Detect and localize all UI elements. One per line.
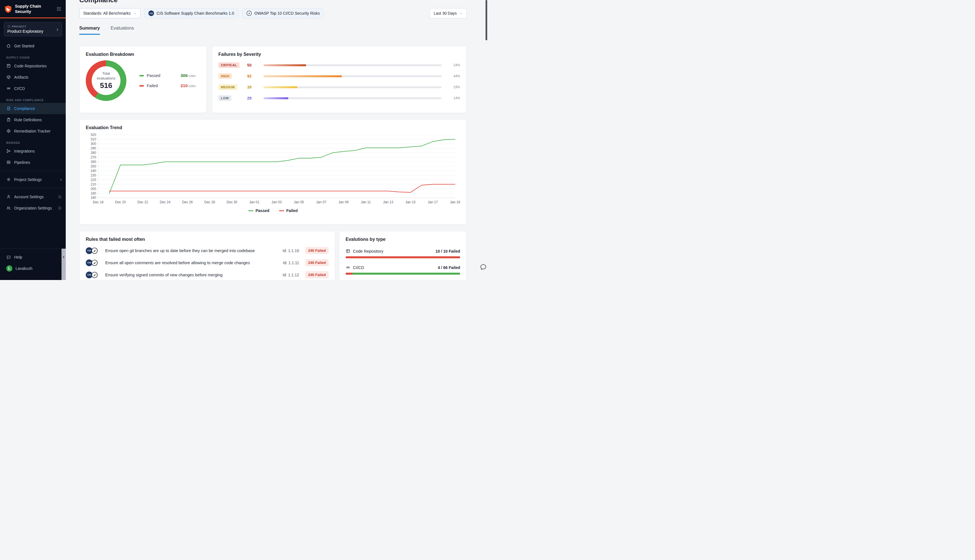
rule-id: Id: 1.1.12 <box>283 273 299 277</box>
sidebar-item-rule-definitions[interactable]: Rule Definitions <box>0 114 66 125</box>
nav-section-manage: MANAGE <box>6 141 66 144</box>
rule-row[interactable]: CIS Ensure verifying signed commits of n… <box>86 271 329 278</box>
svg-text:270: 270 <box>90 155 96 159</box>
document-icon <box>6 106 11 111</box>
severity-badge: MEDIUM <box>219 84 237 90</box>
date-range-dropdown[interactable]: Last 30 Days <box>430 8 467 18</box>
svg-text:220: 220 <box>90 178 96 182</box>
target-icon <box>6 128 11 133</box>
svg-text:Jan 15: Jan 15 <box>406 200 416 204</box>
main-content: Compliance Standards: All Benchmarks CIS… <box>66 0 488 280</box>
svg-text:Jan 05: Jan 05 <box>294 200 304 204</box>
help-button[interactable]: Help <box>0 252 62 263</box>
severity-count: 92 <box>247 74 260 78</box>
rule-row[interactable]: CIS Ensure open git branches are up to d… <box>86 247 329 254</box>
rule-text: Ensure verifying signed commits of new c… <box>105 273 279 277</box>
info-icon[interactable] <box>58 195 62 199</box>
project-name: Product Exploratory <box>7 29 43 33</box>
sidebar-item-integrations[interactable]: Integrations <box>0 145 66 157</box>
sidebar-item-label: Project Settings <box>14 177 42 182</box>
severity-row-low: LOW 29 14% <box>219 95 460 101</box>
svg-text:Jan 17: Jan 17 <box>428 200 438 204</box>
severity-count: 50 <box>247 63 260 67</box>
standards-dropdown[interactable]: Standards: All Benchmarks <box>79 8 140 18</box>
severity-badge: CRITICAL <box>219 62 240 68</box>
sidebar-item-label: Integrations <box>14 149 35 153</box>
rule-text: Ensure open git branches are up to date … <box>105 248 279 253</box>
donut-total: 516 <box>100 81 112 90</box>
failed-count-badge: 240 Failed <box>305 259 329 266</box>
date-range-value: Last 30 Days <box>434 11 457 15</box>
severity-percent: 19% <box>446 85 460 89</box>
svg-text:Dec 20: Dec 20 <box>115 200 126 204</box>
tab-summary[interactable]: Summary <box>79 26 100 35</box>
failed-unit: rules <box>189 84 196 88</box>
passed-unit: rules <box>189 74 196 78</box>
project-icon <box>7 25 10 28</box>
type-name: Code Repository <box>353 249 383 253</box>
svg-text:250: 250 <box>90 164 96 168</box>
card-title: Evaluation Breakdown <box>86 52 200 57</box>
card-title: Failures by Severity <box>219 52 460 57</box>
svg-text:Dec 24: Dec 24 <box>160 200 170 204</box>
sidebar-collapse-rail[interactable]: ‹ <box>62 249 66 280</box>
nav-section-supply-chain: SUPPLY CHAIN <box>6 56 66 59</box>
owasp-chip[interactable]: OWASP Top 10 CI/CD Security Risks <box>242 8 324 18</box>
sidebar-item-label: Compliance <box>14 106 35 111</box>
rule-id: Id: 1.1.11 <box>283 260 299 265</box>
sidebar-footer: Help L Lavakush ‹ <box>0 248 66 280</box>
svg-text:Jan 01: Jan 01 <box>249 200 259 204</box>
failed-count-badge: 240 Failed <box>305 247 329 254</box>
evaluation-trend-card: Evaluation Trend 18019020021022023024025… <box>79 119 467 225</box>
sidebar-item-get-started[interactable]: Get Started <box>0 40 66 52</box>
svg-text:310: 310 <box>90 137 96 141</box>
sidebar-item-organization-settings[interactable]: Organization Settings <box>0 202 66 214</box>
rule-id: Id: 1.1.10 <box>283 248 299 253</box>
sidebar-item-project-settings[interactable]: Project Settings › <box>0 174 66 185</box>
type-progress-bar <box>346 256 460 258</box>
sidebar-item-label: CI/CD <box>14 86 25 91</box>
svg-text:260: 260 <box>90 160 96 164</box>
svg-text:Jan 11: Jan 11 <box>361 200 371 204</box>
cis-benchmark-chip[interactable]: CIS CIS Software Supply Chain Benchmarks… <box>144 8 239 18</box>
chevron-right-icon: › <box>57 26 58 32</box>
sidebar-item-cicd[interactable]: CI/CD <box>0 83 66 94</box>
cis-chip-label: CIS Software Supply Chain Benchmarks 1.0 <box>157 11 234 15</box>
sidebar-item-compliance[interactable]: Compliance <box>0 103 66 114</box>
user-icon <box>6 194 11 199</box>
card-title: Evaluation Trend <box>86 125 460 130</box>
owasp-icon <box>91 259 98 266</box>
app-title: Supply Chain Security <box>15 4 53 14</box>
failed-swatch <box>139 85 144 87</box>
evaluations-by-type-card: Evalutions by type Code Repository 10 / … <box>339 231 467 280</box>
sidebar-item-label: Pipelines <box>14 160 30 165</box>
info-icon[interactable] <box>58 206 62 210</box>
support-chat-button[interactable] <box>479 263 487 272</box>
user-menu[interactable]: L Lavakush <box>0 263 62 274</box>
tab-bar: Summary Evaluations <box>79 26 467 35</box>
sidebar-item-account-settings[interactable]: Account Settings <box>0 191 66 202</box>
severity-bar <box>264 86 441 88</box>
sidebar-item-pipelines[interactable]: Pipelines <box>0 157 66 168</box>
card-title: Evalutions by type <box>346 237 460 242</box>
sidebar-item-code-repositories[interactable]: Code Repositories <box>0 60 66 72</box>
divider <box>0 171 66 171</box>
severity-bar <box>264 75 441 77</box>
project-selector[interactable]: PROJECT Product Exploratory › <box>4 22 62 37</box>
sidebar-item-label: Artifacts <box>14 75 28 80</box>
svg-text:Dec 30: Dec 30 <box>227 200 237 204</box>
svg-text:320: 320 <box>90 133 96 137</box>
failed-value: 210 <box>180 83 188 88</box>
sidebar-item-remediation-tracker[interactable]: Remediation Tracker <box>0 125 66 137</box>
tab-evaluations[interactable]: Evaluations <box>110 26 134 35</box>
help-label: Help <box>14 255 22 259</box>
failed-label: Failed <box>147 83 158 88</box>
avatar: L <box>6 265 12 272</box>
shield-logo-icon <box>4 5 12 13</box>
severity-count: 29 <box>247 96 260 100</box>
rule-row[interactable]: CIS Ensure all open comments are resolve… <box>86 259 329 266</box>
module-switcher-button[interactable] <box>56 6 62 12</box>
svg-text:240: 240 <box>90 169 96 173</box>
sidebar-item-artifacts[interactable]: Artifacts <box>0 72 66 83</box>
scrollbar-thumb[interactable] <box>486 0 487 40</box>
